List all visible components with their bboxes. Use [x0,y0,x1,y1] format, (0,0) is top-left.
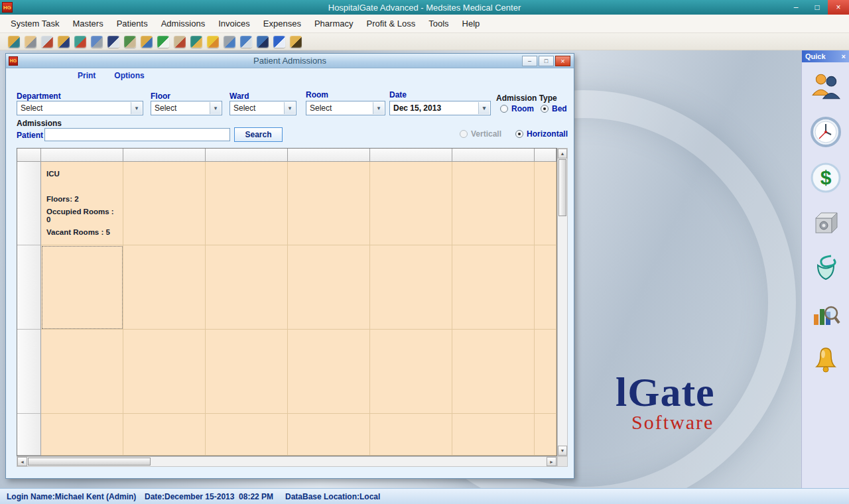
grid-cell[interactable] [535,245,556,330]
chevron-down-icon[interactable]: ▾ [284,102,295,114]
grid-cell[interactable] [41,330,123,414]
grid-cell[interactable] [288,414,370,456]
grid-cell[interactable] [123,245,206,330]
grid-cell[interactable] [288,245,370,330]
ward-select[interactable]: Select ▾ [229,101,296,115]
clock-icon[interactable] [810,116,842,148]
grid-cell[interactable] [452,245,535,330]
grid-cell[interactable] [123,330,206,414]
grid-cell[interactable] [288,330,370,414]
chevron-down-icon[interactable]: ▾ [210,102,221,114]
menu-expenses[interactable]: Expenses [257,15,308,32]
procedure-icon[interactable] [41,36,53,48]
grid-cell[interactable] [452,414,535,456]
scroll-left-icon[interactable]: ◄ [17,457,27,466]
grid-cell[interactable] [206,245,288,330]
grid-cell[interactable] [206,330,288,414]
patient-icon[interactable] [25,36,36,48]
grid-row-header[interactable] [17,330,41,414]
menu-print[interactable]: Print [78,71,96,80]
grid-cell[interactable] [206,414,288,456]
pharmacy-icon[interactable] [810,253,842,285]
menu-help[interactable]: Help [456,15,487,32]
grid-cell[interactable] [535,414,556,456]
vertical-scroll-thumb[interactable] [558,159,566,216]
grid-row-header[interactable] [17,245,41,330]
date-picker[interactable]: Dec 15, 2013 ▾ [389,101,491,115]
menu-patients[interactable]: Patients [110,15,155,32]
menu-tools[interactable]: Tools [422,15,455,32]
grid-cell[interactable] [370,245,452,330]
admission-type-room-radio[interactable]: Room [500,104,534,113]
room-select[interactable]: Select ▾ [306,101,385,115]
calendar-dropdown-icon[interactable]: ▾ [478,102,490,114]
icu-department-cell[interactable]: ICU Floors: 2 Occupied Rooms : 0 Vacant … [41,162,123,245]
menu-invoices[interactable]: Invoices [212,15,257,32]
receipts-icon[interactable] [174,36,186,48]
grid-cell[interactable] [452,330,535,414]
lab-results-icon[interactable] [74,36,86,48]
department-select[interactable]: Select ▾ [17,101,143,115]
grid-cell[interactable] [370,330,452,414]
people-icon[interactable] [810,70,842,102]
menu-profit-loss[interactable]: Profit & Loss [359,15,422,32]
patient-search-input[interactable] [44,128,230,141]
imaging-icon[interactable] [124,36,136,48]
child-close-button[interactable]: × [555,56,570,66]
child-minimize-button[interactable]: – [522,56,537,66]
package-icon[interactable] [810,208,842,239]
injection-icon[interactable] [58,36,70,48]
grid-cell[interactable] [452,162,535,245]
floor-select[interactable]: Select ▾ [151,101,222,115]
grid-row-header[interactable] [17,162,41,245]
minimize-button[interactable]: – [785,0,807,15]
vertical-scrollbar[interactable]: ▲ ▼ [557,148,568,456]
beds-icon[interactable] [91,36,103,48]
grid-cell[interactable] [370,414,452,456]
menu-masters[interactable]: Masters [66,15,109,32]
admission-icon[interactable] [8,36,20,48]
scroll-up-icon[interactable]: ▲ [558,149,567,158]
settings-icon[interactable] [257,36,269,48]
grid-cell[interactable] [535,162,556,245]
scroll-down-icon[interactable]: ▼ [558,446,567,456]
payments-icon[interactable] [157,36,169,48]
bell-icon[interactable] [810,345,842,377]
patient-admissions-titlebar[interactable]: HG Patient Admissions – □ × [6,54,574,68]
menu-system-task[interactable]: System Task [4,15,66,32]
tools-icon[interactable] [240,36,252,48]
grid-cell[interactable] [206,162,288,245]
help-icon[interactable] [273,36,285,48]
scroll-right-icon[interactable]: ► [547,457,556,466]
grid-selected-cell[interactable] [41,245,123,330]
grid-cell[interactable] [123,414,206,456]
menu-pharmacy[interactable]: Pharmacy [308,15,360,32]
grid-cell[interactable] [535,330,556,414]
chevron-down-icon[interactable]: ▾ [373,102,384,114]
grid-row-header[interactable] [17,414,41,456]
menu-admissions[interactable]: Admissions [155,15,212,32]
grid-cell[interactable] [123,162,206,245]
horizontal-layout-radio[interactable]: Horizontall [515,129,568,139]
maximize-button[interactable]: □ [807,0,828,15]
report-search-icon[interactable] [810,299,842,331]
messages-icon[interactable] [207,36,219,48]
menu-options[interactable]: Options [114,71,144,80]
schedule-icon[interactable] [107,36,119,48]
documents-icon[interactable] [224,36,235,48]
child-restore-button[interactable]: □ [539,56,554,66]
billing-icon[interactable] [141,36,153,48]
dollar-icon[interactable]: $ [810,162,842,194]
admission-type-bed-radio[interactable]: Bed [541,104,567,113]
chevron-down-icon[interactable]: ▾ [131,102,142,114]
pharmacy-toolbar-icon[interactable] [190,36,202,48]
logout-icon[interactable] [290,36,302,48]
horizontal-scroll-thumb[interactable] [28,458,151,466]
grid-cell[interactable] [41,414,123,456]
search-button[interactable]: Search [234,127,283,142]
horizontal-scrollbar[interactable]: ◄ ► [17,456,557,467]
grid-cell[interactable] [288,162,370,245]
grid-cell[interactable] [370,162,452,245]
quick-panel-close-icon[interactable]: × [842,52,846,60]
close-button[interactable]: × [828,0,849,15]
